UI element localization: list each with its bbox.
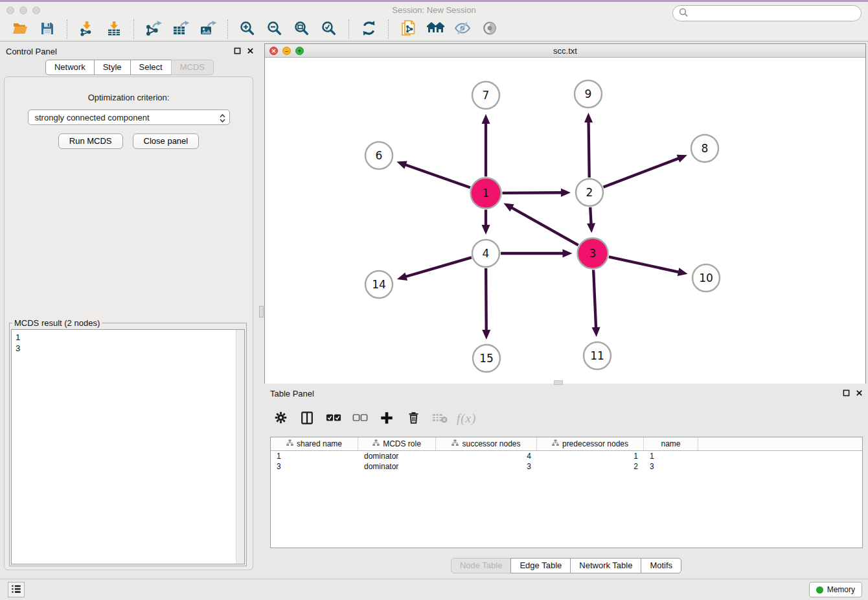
- node-9[interactable]: 9: [575, 80, 602, 108]
- delete-table-button[interactable]: [430, 408, 450, 429]
- first-neighbors-button[interactable]: [425, 19, 446, 40]
- table-row[interactable]: 1dominator411: [271, 451, 862, 461]
- edge-4-3[interactable]: [501, 249, 573, 258]
- edge-4-15[interactable]: [482, 268, 490, 340]
- network-canvas[interactable]: 7968124314101511: [265, 58, 865, 384]
- tab-network-table[interactable]: Network Table: [570, 558, 641, 573]
- edge-2-8[interactable]: [603, 155, 687, 187]
- optimization-criterion-select[interactable]: strongly connected component: [28, 110, 230, 125]
- select-all-button[interactable]: [324, 408, 343, 429]
- open-file-button[interactable]: [10, 19, 30, 40]
- zoom-in-button[interactable]: [237, 19, 258, 40]
- search-icon: [679, 8, 688, 19]
- table-cell[interactable]: dominator: [358, 461, 436, 472]
- show-columns-button[interactable]: [297, 408, 317, 429]
- node-4[interactable]: 4: [472, 240, 499, 267]
- float-panel-icon[interactable]: [843, 389, 850, 398]
- tab-network[interactable]: Network: [45, 60, 95, 75]
- edge-2-9[interactable]: [584, 113, 593, 178]
- vertical-splitter-handle[interactable]: [259, 306, 264, 317]
- control-panel-title: Control Panel: [6, 47, 57, 56]
- deselect-all-button[interactable]: [350, 408, 370, 429]
- tab-mcds[interactable]: MCDS: [171, 60, 214, 75]
- table-panel: Table Panel f(x) shared nameMCDS rolesuc…: [264, 385, 868, 575]
- import-table-button[interactable]: [104, 19, 124, 40]
- table-mode-button[interactable]: [271, 408, 290, 429]
- column-header-shared-name[interactable]: shared name: [271, 437, 358, 450]
- column-header-mcds-role[interactable]: MCDS role: [358, 437, 436, 450]
- node-2[interactable]: 2: [576, 179, 603, 206]
- search-input[interactable]: [691, 9, 861, 18]
- edge-1-4[interactable]: [482, 210, 490, 235]
- node-15[interactable]: 15: [473, 345, 500, 372]
- hierarchy-icon: [372, 439, 380, 448]
- edge-2-3[interactable]: [587, 207, 595, 233]
- node-8[interactable]: 8: [691, 135, 718, 162]
- close-panel-button[interactable]: Close panel: [133, 133, 200, 149]
- export-network-button[interactable]: [143, 19, 164, 40]
- node-3[interactable]: 3: [578, 238, 608, 269]
- show-all-button[interactable]: [479, 19, 500, 40]
- float-panel-icon[interactable]: [234, 47, 241, 56]
- table-row[interactable]: 3dominator323: [271, 461, 862, 472]
- edge-1-7[interactable]: [482, 114, 490, 177]
- refresh-button[interactable]: [358, 19, 379, 40]
- column-header-predecessor-nodes[interactable]: predecessor nodes: [537, 437, 644, 450]
- node-6[interactable]: 6: [365, 142, 393, 169]
- table-cell[interactable]: 1: [644, 451, 698, 461]
- control-panel: Control Panel NetworkStyleSelectMCDS Opt…: [0, 43, 259, 574]
- table-panel-tabstrip: Node TableEdge TableNetwork TableMotifs: [264, 558, 868, 573]
- zoom-out-button[interactable]: [264, 19, 285, 40]
- save-session-button[interactable]: [37, 19, 58, 40]
- tab-style[interactable]: Style: [94, 60, 131, 75]
- memory-button[interactable]: Memory: [809, 582, 862, 597]
- tab-motifs[interactable]: Motifs: [641, 558, 681, 573]
- table-cell[interactable]: 2: [537, 461, 644, 472]
- edge-3-11[interactable]: [592, 270, 600, 337]
- run-mcds-button[interactable]: Run MCDS: [58, 133, 123, 149]
- hierarchy-icon: [286, 439, 293, 448]
- horizontal-splitter-handle[interactable]: [554, 380, 563, 385]
- node-7[interactable]: 7: [472, 82, 499, 109]
- network-view-titlebar[interactable]: ✕ – + scc.txt: [265, 44, 865, 58]
- edge-3-10[interactable]: [609, 257, 688, 276]
- mcds-result-box[interactable]: 1 3: [11, 329, 245, 564]
- table-cell[interactable]: 3: [644, 461, 698, 472]
- edge-3-1[interactable]: [503, 203, 578, 245]
- node-11[interactable]: 11: [584, 342, 611, 369]
- tab-select[interactable]: Select: [130, 60, 172, 75]
- task-history-button[interactable]: [8, 582, 25, 597]
- table-cell[interactable]: 1: [537, 451, 644, 461]
- export-table-button[interactable]: [170, 19, 191, 40]
- new-network-from-selection-button[interactable]: [398, 19, 418, 40]
- function-builder-button[interactable]: f(x): [457, 408, 476, 429]
- edge-4-14[interactable]: [397, 257, 472, 281]
- export-image-button[interactable]: [198, 19, 218, 40]
- zoom-fit-button[interactable]: [291, 19, 312, 40]
- node-10[interactable]: 10: [692, 264, 720, 292]
- table-cell[interactable]: 3: [271, 461, 358, 472]
- node-1[interactable]: 1: [471, 178, 501, 209]
- edge-1-6[interactable]: [396, 161, 470, 187]
- import-network-button[interactable]: [76, 19, 97, 40]
- tab-edge-table[interactable]: Edge Table: [510, 558, 571, 573]
- edge-1-2[interactable]: [502, 189, 571, 197]
- hide-selected-button[interactable]: [452, 19, 473, 40]
- add-column-button[interactable]: [377, 408, 396, 429]
- close-panel-icon[interactable]: [856, 389, 863, 398]
- mcds-result-scrollbar[interactable]: [236, 330, 244, 564]
- delete-column-button[interactable]: [404, 408, 423, 429]
- close-panel-icon[interactable]: [247, 47, 254, 56]
- table-cell[interactable]: 1: [271, 451, 358, 461]
- table-cell[interactable]: 4: [436, 451, 537, 461]
- node-label: 15: [479, 352, 494, 365]
- mcds-result-fieldset: MCDS result (2 nodes) 1 3: [9, 318, 247, 566]
- tab-node-table[interactable]: Node Table: [451, 558, 512, 573]
- node-14[interactable]: 14: [365, 271, 393, 298]
- column-header-name[interactable]: name: [644, 437, 698, 450]
- column-header-successor-nodes[interactable]: successor nodes: [436, 437, 537, 450]
- node-label: 6: [376, 149, 383, 162]
- table-cell[interactable]: dominator: [358, 451, 436, 461]
- table-cell[interactable]: 3: [436, 461, 537, 472]
- zoom-selected-button[interactable]: [319, 19, 339, 40]
